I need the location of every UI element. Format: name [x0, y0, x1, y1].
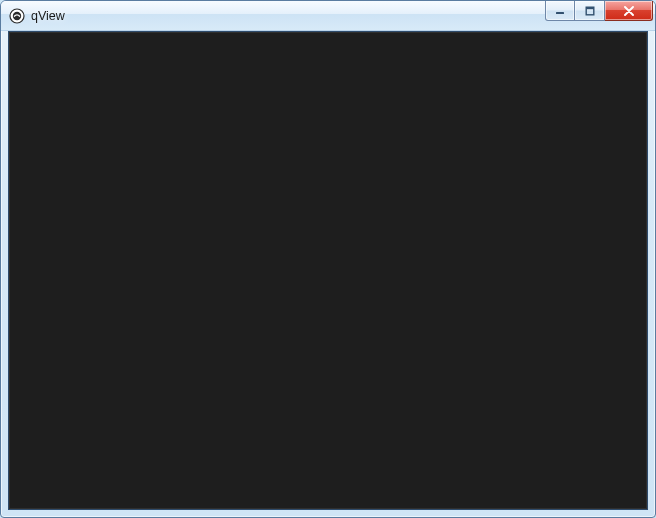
- maximize-button[interactable]: [575, 1, 605, 21]
- close-button[interactable]: [605, 1, 653, 21]
- content-area: [1, 31, 655, 517]
- svg-rect-2: [556, 12, 564, 14]
- minimize-button[interactable]: [545, 1, 575, 21]
- svg-rect-4: [586, 7, 594, 9]
- app-title: qView: [31, 8, 65, 24]
- app-icon: [9, 8, 25, 24]
- image-viewport[interactable]: [8, 31, 648, 510]
- application-window: qView: [0, 0, 656, 518]
- window-controls: [545, 1, 653, 22]
- titlebar[interactable]: qView: [1, 1, 655, 31]
